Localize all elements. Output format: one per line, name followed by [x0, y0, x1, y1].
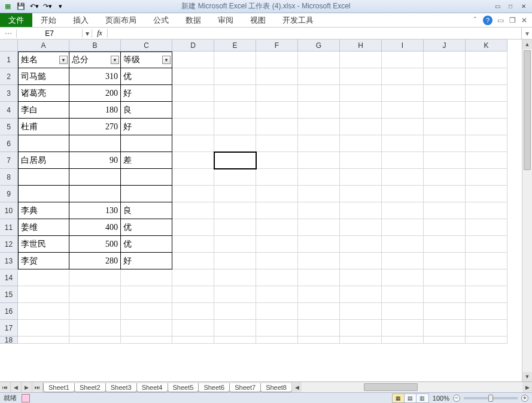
cell-F15[interactable]	[256, 286, 298, 303]
cell-B9[interactable]	[69, 186, 121, 202]
child-restore-icon[interactable]: ❐	[508, 16, 516, 25]
row-header-14[interactable]: 14	[0, 269, 18, 286]
cell-C9[interactable]	[121, 186, 172, 202]
tab-公式[interactable]: 公式	[145, 13, 177, 27]
cell-H15[interactable]	[340, 286, 382, 303]
child-minimize-icon[interactable]: ▭	[496, 16, 504, 25]
cell-I11[interactable]	[382, 219, 424, 236]
cell-D4[interactable]	[172, 102, 214, 119]
cell-A3[interactable]: 诸葛亮	[18, 85, 69, 102]
zoom-level[interactable]: 100%	[433, 395, 449, 402]
cell-D3[interactable]	[172, 85, 214, 102]
row-header-10[interactable]: 10	[0, 202, 18, 219]
cell-C7[interactable]: 差	[121, 152, 172, 169]
cell-E14[interactable]	[214, 269, 256, 286]
cell-B3[interactable]: 200	[69, 85, 121, 102]
cell-I10[interactable]	[382, 202, 424, 219]
col-header-E[interactable]: E	[214, 40, 256, 51]
cell-J10[interactable]	[424, 202, 466, 219]
col-header-I[interactable]: I	[382, 40, 424, 51]
cell-F14[interactable]	[256, 269, 298, 286]
row-header-18[interactable]: 18	[0, 337, 18, 344]
cell-K8[interactable]	[466, 169, 507, 186]
cell-E12[interactable]	[214, 236, 256, 253]
col-header-D[interactable]: D	[172, 40, 214, 51]
sheet-tab-Sheet5[interactable]: Sheet5	[168, 383, 199, 392]
cell-A11[interactable]: 姜维	[18, 219, 69, 236]
cell-K2[interactable]	[466, 68, 507, 85]
cell-G9[interactable]	[298, 186, 340, 202]
cell-D16[interactable]	[172, 303, 214, 320]
sheet-tab-Sheet4[interactable]: Sheet4	[136, 383, 168, 392]
cell-G18[interactable]	[298, 337, 340, 344]
cell-E2[interactable]	[214, 68, 256, 85]
cell-G2[interactable]	[298, 68, 340, 85]
col-header-B[interactable]: B	[69, 40, 121, 51]
cell-F12[interactable]	[256, 236, 298, 253]
zoom-slider[interactable]	[464, 397, 518, 399]
cell-G3[interactable]	[298, 85, 340, 102]
cell-H6[interactable]	[340, 135, 382, 152]
cell-B5[interactable]: 270	[69, 119, 121, 135]
cell-B2[interactable]: 310	[69, 68, 121, 85]
cell-D12[interactable]	[172, 236, 214, 253]
row-header-15[interactable]: 15	[0, 286, 18, 303]
view-page-break-button[interactable]: ▥	[417, 394, 428, 402]
formula-input[interactable]	[108, 28, 521, 39]
cell-F8[interactable]	[256, 169, 298, 186]
sheet-tab-Sheet3[interactable]: Sheet3	[105, 383, 137, 392]
minimize-button[interactable]: ▭	[491, 2, 503, 11]
cell-C16[interactable]	[121, 303, 172, 320]
cell-E6[interactable]	[214, 135, 256, 152]
cell-H17[interactable]	[340, 320, 382, 337]
cell-B10[interactable]: 130	[69, 202, 121, 219]
tab-file[interactable]: 文件	[0, 13, 32, 27]
cell-I4[interactable]	[382, 102, 424, 119]
cell-H9[interactable]	[340, 186, 382, 202]
cell-K13[interactable]	[466, 253, 507, 269]
scroll-right-button[interactable]: ▶	[522, 382, 532, 392]
cell-J18[interactable]	[424, 337, 466, 344]
row-header-17[interactable]: 17	[0, 320, 18, 337]
cell-C17[interactable]	[121, 320, 172, 337]
sheet-tab-Sheet7[interactable]: Sheet7	[229, 383, 261, 392]
sheet-tab-Sheet1[interactable]: Sheet1	[43, 383, 75, 392]
cell-D5[interactable]	[172, 119, 214, 135]
cell-H10[interactable]	[340, 202, 382, 219]
cell-K17[interactable]	[466, 320, 507, 337]
cell-A1[interactable]: 姓名▼	[18, 51, 69, 68]
maximize-button[interactable]: □	[504, 2, 516, 11]
cell-J15[interactable]	[424, 286, 466, 303]
cell-B4[interactable]: 180	[69, 102, 121, 119]
vscroll-thumb[interactable]	[524, 50, 531, 170]
row-header-3[interactable]: 3	[0, 85, 18, 102]
cell-I7[interactable]	[382, 152, 424, 169]
cell-B8[interactable]	[69, 169, 121, 186]
cell-E10[interactable]	[214, 202, 256, 219]
cell-F16[interactable]	[256, 303, 298, 320]
zoom-slider-knob[interactable]	[488, 395, 493, 402]
cell-G16[interactable]	[298, 303, 340, 320]
cell-D11[interactable]	[172, 219, 214, 236]
cell-K4[interactable]	[466, 102, 507, 119]
cell-G6[interactable]	[298, 135, 340, 152]
cell-F6[interactable]	[256, 135, 298, 152]
row-header-16[interactable]: 16	[0, 303, 18, 320]
cell-B14[interactable]	[69, 269, 121, 286]
cell-J6[interactable]	[424, 135, 466, 152]
cell-E4[interactable]	[214, 102, 256, 119]
cell-G11[interactable]	[298, 219, 340, 236]
row-header-7[interactable]: 7	[0, 152, 18, 169]
row-header-13[interactable]: 13	[0, 253, 18, 269]
cell-H18[interactable]	[340, 337, 382, 344]
cell-A4[interactable]: 李白	[18, 102, 69, 119]
cell-C10[interactable]: 良	[121, 202, 172, 219]
close-button[interactable]: ✕	[518, 2, 530, 11]
cell-A8[interactable]	[18, 169, 69, 186]
cell-I9[interactable]	[382, 186, 424, 202]
hscroll-thumb[interactable]	[364, 383, 418, 391]
cell-G5[interactable]	[298, 119, 340, 135]
col-header-G[interactable]: G	[298, 40, 340, 51]
cell-B13[interactable]: 280	[69, 253, 121, 269]
cell-J14[interactable]	[424, 269, 466, 286]
